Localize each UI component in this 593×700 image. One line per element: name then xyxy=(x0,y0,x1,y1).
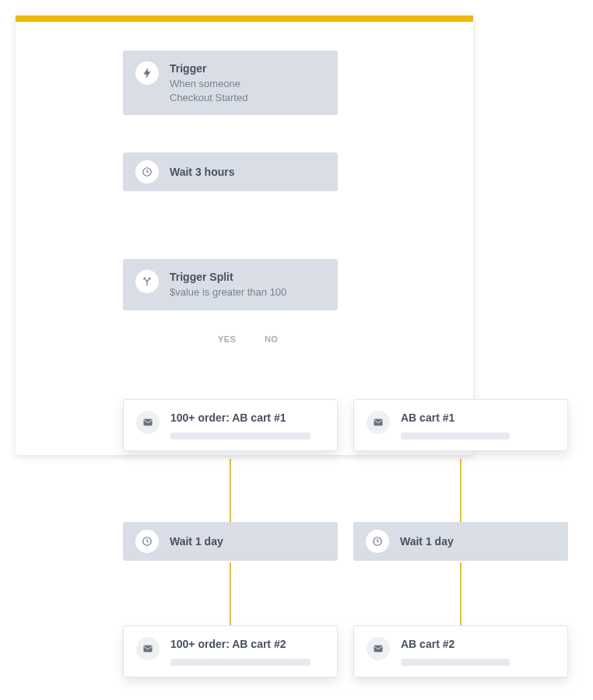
email-yes-2-title: 100+ order: AB cart #2 xyxy=(170,637,325,651)
wait-node-no[interactable]: Wait 1 day xyxy=(353,522,568,561)
email-node-no-1[interactable]: AB cart #1 xyxy=(353,399,568,451)
trigger-desc-2: Checkout Started xyxy=(170,91,247,105)
svg-rect-6 xyxy=(374,646,383,652)
content-placeholder xyxy=(170,432,311,439)
split-condition: $value is greater than 100 xyxy=(170,285,286,299)
svg-rect-4 xyxy=(374,419,383,425)
email-icon xyxy=(136,411,160,434)
flow-diagram: Trigger When someone Checkout Started Wa… xyxy=(0,0,593,700)
wait-top-title: Wait 3 hours xyxy=(170,165,235,179)
branch-yes-label: YES xyxy=(218,334,236,344)
split-title: Trigger Split xyxy=(170,270,286,284)
panel-accent-bar xyxy=(16,16,473,22)
wait-node-top[interactable]: Wait 3 hours xyxy=(123,152,338,191)
email-yes-1-title: 100+ order: AB cart #1 xyxy=(170,411,325,425)
svg-rect-1 xyxy=(144,419,153,425)
email-node-yes-2[interactable]: 100+ order: AB cart #2 xyxy=(123,625,338,677)
email-node-yes-1[interactable]: 100+ order: AB cart #1 xyxy=(123,399,338,451)
email-no-1-title: AB cart #1 xyxy=(401,411,555,425)
content-placeholder xyxy=(401,432,510,439)
email-node-no-2[interactable]: AB cart #2 xyxy=(353,625,568,677)
trigger-desc-1: When someone xyxy=(170,77,247,91)
clock-icon xyxy=(366,530,389,553)
email-icon xyxy=(136,637,160,660)
trigger-title: Trigger xyxy=(170,61,247,75)
wait-no-title: Wait 1 day xyxy=(400,534,454,548)
email-icon xyxy=(367,637,390,660)
wait-yes-title: Wait 1 day xyxy=(170,534,223,548)
clock-icon xyxy=(135,160,159,184)
trigger-node[interactable]: Trigger When someone Checkout Started xyxy=(123,51,338,115)
branch-no-label: NO xyxy=(265,334,278,344)
content-placeholder xyxy=(401,659,510,666)
content-placeholder xyxy=(170,659,311,666)
email-icon xyxy=(367,411,390,434)
split-icon xyxy=(135,270,159,293)
wait-node-yes[interactable]: Wait 1 day xyxy=(123,522,338,561)
bolt-icon xyxy=(135,61,159,85)
svg-rect-3 xyxy=(144,646,153,652)
clock-icon xyxy=(135,530,159,553)
split-node[interactable]: Trigger Split $value is greater than 100 xyxy=(123,259,338,310)
email-no-2-title: AB cart #2 xyxy=(401,637,555,651)
